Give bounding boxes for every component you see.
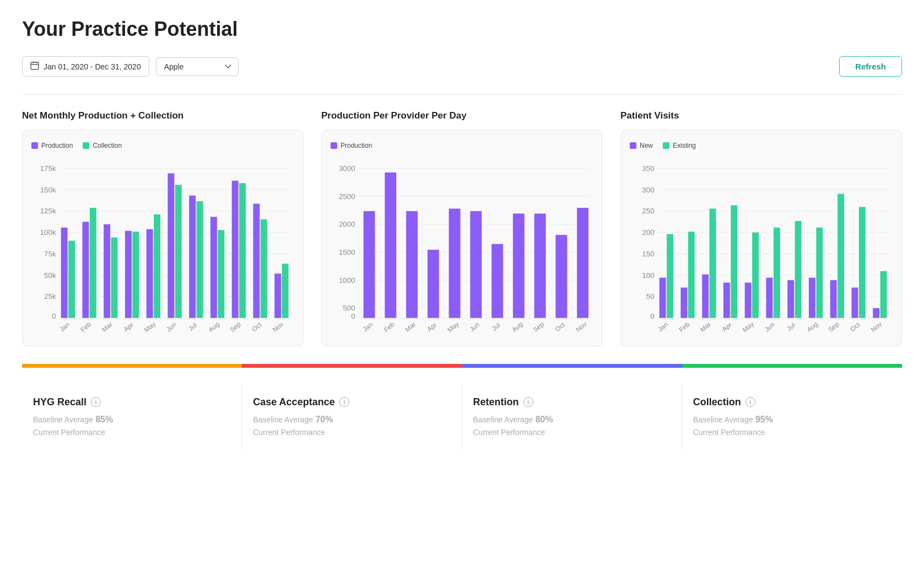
svg-text:0: 0 [351, 312, 355, 320]
page-container: Your Practice Potential Jan 01, 2020 - D… [0, 0, 924, 468]
svg-text:0: 0 [52, 312, 56, 320]
svg-text:Mar: Mar [100, 320, 114, 334]
legend-production: Production [31, 142, 73, 149]
legend-dot-production [31, 142, 38, 149]
svg-rect-22 [111, 238, 118, 318]
section-divider [22, 94, 902, 95]
legend-new: New [630, 142, 653, 149]
case-acceptance-info-icon[interactable]: i [339, 397, 349, 407]
svg-rect-0 [31, 62, 39, 69]
svg-text:Jan: Jan [656, 320, 669, 333]
metrics-section: HYG Recall i Baseline Average 85% Curren… [22, 383, 902, 450]
metric-hyg-recall-title: HYG Recall i [33, 396, 230, 408]
legend-existing: Existing [663, 142, 696, 149]
patient-visits-legend: New Existing [630, 142, 893, 149]
svg-text:150: 150 [642, 250, 654, 258]
metric-hyg-recall: HYG Recall i Baseline Average 85% Curren… [22, 383, 242, 450]
svg-text:2500: 2500 [339, 192, 355, 201]
svg-rect-107 [710, 208, 716, 318]
svg-text:May: May [143, 320, 157, 334]
svg-rect-24 [132, 232, 139, 318]
bar-retention [462, 364, 682, 368]
svg-text:Nov: Nov [869, 320, 883, 334]
svg-text:Oct: Oct [554, 320, 567, 333]
svg-text:Mar: Mar [699, 320, 712, 334]
header-controls: Jan 01, 2020 - Dec 31, 2020 Apple All Pr… [22, 56, 902, 77]
svg-text:Jul: Jul [785, 321, 797, 333]
patient-visits-chart-box: New Existing 350 300 250 200 150 100 50 … [620, 130, 902, 346]
svg-rect-19 [82, 222, 89, 318]
retention-baseline: Baseline Average 80% [473, 415, 671, 425]
svg-text:175k: 175k [40, 164, 56, 173]
svg-rect-38 [282, 264, 289, 318]
metric-case-acceptance-title: Case Acceptance i [253, 396, 450, 408]
svg-rect-30 [197, 201, 203, 318]
svg-rect-114 [787, 280, 794, 318]
hyg-recall-info-icon[interactable]: i [91, 397, 101, 407]
svg-text:Sep: Sep [532, 320, 546, 334]
svg-rect-72 [534, 213, 546, 318]
svg-rect-20 [90, 208, 96, 318]
net-monthly-card: Net Monthly Production + Collection Prod… [22, 110, 304, 346]
svg-text:Mar: Mar [404, 320, 418, 334]
legend-label-collection: Collection [93, 142, 122, 149]
legend-dot-production-2 [331, 142, 337, 149]
svg-text:Nov: Nov [271, 320, 285, 334]
case-acceptance-current-label: Current Performance [253, 428, 450, 437]
svg-rect-74 [577, 208, 588, 318]
bar-hyg-recall [22, 364, 242, 368]
svg-text:Feb: Feb [677, 320, 691, 334]
svg-rect-23 [125, 231, 132, 318]
retention-info-icon[interactable]: i [523, 397, 533, 407]
net-monthly-svg: 175k 150k 125k 100k 75k 50k 25k 0 [31, 156, 294, 337]
provider-per-day-svg: 3000 2500 2000 1500 1000 500 0 [331, 156, 593, 337]
charts-section: Net Monthly Production + Collection Prod… [22, 110, 902, 346]
svg-rect-17 [61, 228, 68, 318]
provider-select[interactable]: Apple All Providers [156, 57, 239, 76]
svg-rect-115 [795, 221, 802, 318]
svg-text:Jun: Jun [468, 320, 481, 333]
refresh-button[interactable]: Refresh [839, 56, 902, 77]
svg-text:Jan: Jan [58, 320, 71, 333]
svg-rect-65 [385, 173, 396, 318]
svg-text:Jun: Jun [763, 320, 776, 333]
svg-rect-104 [680, 288, 687, 318]
legend-label-production-2: Production [341, 142, 372, 149]
svg-rect-110 [745, 283, 752, 318]
page-title: Your Practice Potential [22, 18, 902, 41]
svg-text:Oct: Oct [250, 320, 263, 333]
svg-text:100k: 100k [40, 228, 56, 237]
svg-rect-34 [239, 183, 246, 318]
svg-text:Apr: Apr [425, 321, 438, 334]
date-range-picker[interactable]: Jan 01, 2020 - Dec 31, 2020 [22, 56, 149, 77]
legend-label-existing: Existing [673, 142, 696, 149]
collection-baseline: Baseline Average 95% [693, 415, 891, 425]
svg-text:Feb: Feb [382, 320, 396, 334]
hyg-recall-current-label: Current Performance [33, 428, 230, 437]
svg-text:Aug: Aug [207, 320, 221, 334]
legend-dot-collection [83, 142, 89, 149]
svg-rect-68 [449, 208, 461, 318]
svg-rect-105 [688, 232, 695, 318]
svg-rect-73 [555, 235, 567, 318]
svg-rect-103 [667, 234, 673, 318]
svg-text:Feb: Feb [79, 320, 93, 334]
svg-rect-35 [253, 203, 260, 318]
svg-rect-67 [428, 250, 439, 318]
svg-text:Sep: Sep [826, 320, 841, 334]
svg-text:Sep: Sep [228, 320, 242, 334]
svg-rect-37 [274, 273, 281, 318]
legend-dot-new [630, 142, 636, 149]
svg-rect-32 [218, 230, 224, 318]
svg-text:300: 300 [642, 186, 654, 194]
svg-rect-122 [873, 308, 879, 318]
date-range-label: Jan 01, 2020 - Dec 31, 2020 [44, 62, 141, 71]
net-monthly-chart-box: Production Collection 175k 150k 125k 100… [22, 130, 304, 346]
provider-per-day-chart-box: Production 3000 2500 2000 1500 1000 500 … [321, 130, 603, 346]
svg-rect-111 [752, 233, 759, 318]
svg-text:Apr: Apr [721, 321, 733, 334]
provider-per-day-legend: Production [331, 142, 593, 149]
collection-info-icon[interactable]: i [745, 397, 755, 407]
patient-visits-card: Patient Visits New Existing 350 300 250 [620, 110, 902, 346]
bottom-color-bars [22, 364, 902, 368]
